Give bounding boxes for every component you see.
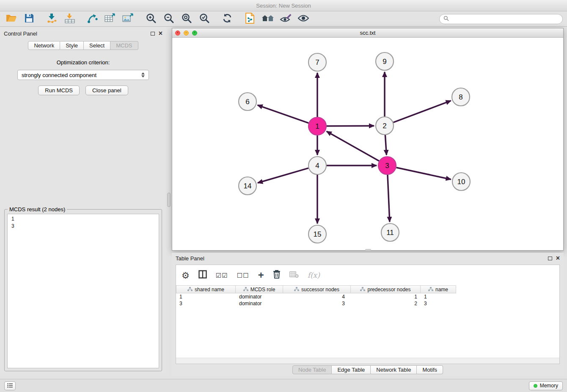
mcds-result-list[interactable]: 1 3	[7, 214, 159, 368]
graph-edge-4-14[interactable]	[258, 168, 308, 183]
zoom-in-button[interactable]	[144, 13, 158, 25]
tab-style[interactable]: Style	[60, 41, 84, 50]
show-hide-button[interactable]	[296, 13, 311, 25]
node-table-header: shared name MCDS role successor nodes pr…	[176, 285, 559, 293]
network-canvas[interactable]: 1234678910111415	[172, 38, 563, 250]
float-panel-icon[interactable]	[151, 32, 155, 36]
criterion-dropdown[interactable]: strongly connected component	[17, 70, 149, 80]
select-all-button[interactable]: ☑☑	[216, 272, 228, 279]
zoom-fit-button[interactable]	[179, 13, 194, 25]
table-cell: dominator	[236, 300, 283, 307]
close-panel-button[interactable]: Close panel	[85, 86, 128, 95]
graph-node-7[interactable]: 7	[308, 53, 326, 71]
panel-splitter-handle[interactable]	[167, 193, 171, 207]
export-image-button[interactable]	[121, 13, 135, 25]
import-table-icon	[64, 13, 75, 25]
graph-edge-2-8[interactable]	[394, 101, 451, 122]
svg-text:3: 3	[385, 162, 389, 170]
delete-row-button[interactable]	[273, 270, 281, 281]
network-arrows-icon	[87, 13, 98, 25]
zoom-out-button[interactable]	[162, 13, 176, 25]
checked-boxes-icon: ☑☑	[216, 272, 228, 279]
column-header-successor-nodes[interactable]: successor nodes	[283, 285, 351, 293]
table-settings-button[interactable]: ⚙	[182, 271, 190, 280]
graph-edge-3-1[interactable]	[327, 131, 379, 161]
svg-text:11: 11	[386, 229, 394, 237]
zoom-selected-icon	[199, 13, 210, 25]
deselect-all-button[interactable]: ☐☐	[237, 272, 249, 279]
minimize-window-icon[interactable]: −	[184, 30, 189, 36]
run-mcds-button[interactable]: Run MCDS	[38, 86, 80, 95]
graph-edge-1-6[interactable]	[258, 105, 309, 123]
mcds-result-line: 3	[11, 223, 155, 230]
task-history-button[interactable]	[4, 381, 16, 390]
svg-text:10: 10	[457, 178, 465, 186]
table-cell: 1	[421, 293, 456, 300]
graph-node-6[interactable]: 6	[239, 93, 256, 110]
close-panel-icon[interactable]: ×	[159, 30, 162, 37]
tab-edge-table[interactable]: Edge Table	[332, 365, 371, 374]
svg-text:15: 15	[314, 230, 322, 238]
zoom-selected-button[interactable]	[197, 13, 212, 25]
list-icon	[7, 382, 13, 389]
mcds-result-group: MCDS result (2 nodes) 1 3	[4, 209, 162, 371]
graph-node-8[interactable]: 8	[452, 88, 470, 106]
function-builder-button[interactable]: f(x)	[308, 271, 320, 279]
column-header-mcds-role[interactable]: MCDS role	[236, 285, 283, 293]
tab-mcds[interactable]: MCDS	[110, 41, 138, 50]
tab-node-table[interactable]: Node Table	[292, 365, 332, 374]
memory-button[interactable]: Memory	[529, 381, 563, 390]
search-field[interactable]	[439, 14, 563, 24]
graph-node-9[interactable]: 9	[376, 52, 394, 70]
table-cell: 3	[283, 300, 351, 307]
float-table-panel-icon[interactable]	[548, 257, 552, 260]
column-header-predecessor-nodes[interactable]: predecessor nodes	[351, 285, 421, 293]
control-panel-header: Control Panel ×	[0, 28, 166, 39]
graph-node-14[interactable]: 14	[239, 177, 256, 195]
add-column-button[interactable]: +	[258, 270, 264, 280]
window-resize-grip[interactable]	[365, 249, 371, 251]
group-nodes-button[interactable]	[261, 13, 275, 25]
import-network-icon	[47, 13, 58, 25]
import-table-button[interactable]	[63, 13, 77, 25]
zoom-out-icon	[163, 13, 174, 25]
graph-node-2[interactable]: 2	[376, 117, 394, 135]
graph-node-3[interactable]: 3	[378, 157, 396, 174]
graph-node-11[interactable]: 11	[381, 224, 399, 241]
horizontal-scrollbar[interactable]	[176, 358, 559, 364]
apply-style-button[interactable]	[278, 13, 293, 25]
column-header-name[interactable]: name	[421, 285, 456, 293]
graph-node-4[interactable]: 4	[308, 157, 326, 174]
import-network-button[interactable]	[45, 13, 59, 25]
graph-node-10[interactable]: 10	[452, 173, 470, 190]
graph-node-15[interactable]: 15	[308, 225, 326, 243]
graph-edge-2-3[interactable]	[385, 135, 386, 155]
tab-select[interactable]: Select	[84, 41, 110, 50]
search-input[interactable]	[451, 16, 559, 22]
show-columns-button[interactable]	[198, 270, 207, 280]
column-header-shared-name[interactable]: shared name	[176, 285, 236, 293]
new-network-button[interactable]	[85, 13, 100, 25]
delete-table-button[interactable]	[289, 271, 299, 280]
tab-motifs[interactable]: Motifs	[417, 365, 443, 374]
graph-node-1[interactable]: 1	[308, 117, 326, 135]
refresh-layout-button[interactable]	[220, 13, 234, 25]
graph-edge-3-10[interactable]	[396, 168, 451, 179]
column-sort-icon	[187, 287, 193, 293]
export-image-icon	[122, 13, 134, 25]
graph-edge-1-2[interactable]	[327, 126, 374, 126]
trash-icon	[273, 270, 281, 281]
open-file-button[interactable]	[4, 13, 19, 25]
table-row[interactable]: 3dominator323	[176, 300, 559, 307]
close-table-panel-icon[interactable]: ×	[556, 255, 560, 262]
graph-edge-3-11[interactable]	[388, 175, 390, 222]
tab-network[interactable]: Network	[28, 41, 60, 50]
zoom-window-icon[interactable]: +	[192, 30, 197, 36]
table-panel-title: Table Panel	[176, 255, 204, 262]
table-row[interactable]: 1dominator411	[176, 293, 559, 300]
tab-network-table[interactable]: Network Table	[371, 365, 417, 374]
save-session-button[interactable]	[22, 13, 36, 25]
first-neighbors-button[interactable]	[243, 13, 257, 25]
export-table-button[interactable]	[103, 13, 118, 25]
close-window-icon[interactable]: ×	[175, 30, 180, 36]
